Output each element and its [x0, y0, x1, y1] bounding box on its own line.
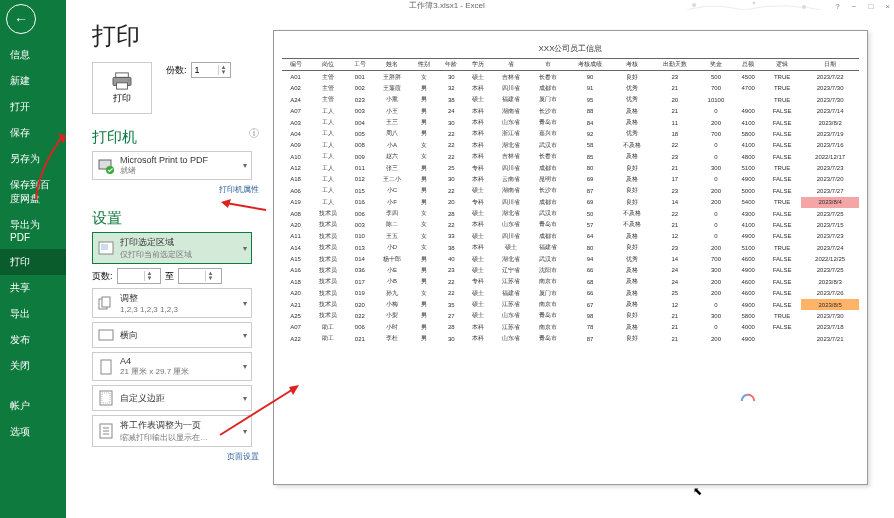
table-row: A24主管023小熏男38硕士福建省厦门市95优秀2010100TRUE2023…	[282, 94, 859, 105]
chevron-down-icon: ▾	[243, 244, 247, 253]
column-header: 考核	[614, 59, 651, 71]
page-from-input[interactable]: ▲▼	[117, 268, 161, 284]
sidebar-item[interactable]: 信息	[0, 42, 66, 68]
svg-rect-3	[116, 72, 129, 77]
back-button[interactable]: ←	[6, 4, 36, 34]
column-header: 市	[529, 59, 566, 71]
sidebar-item[interactable]: 打开	[0, 94, 66, 120]
table-row: A15技术员014杨十郎男40硕士湖北省武汉市94优秀147004600FALS…	[282, 253, 859, 264]
sidebar-item[interactable]: 发布	[0, 327, 66, 353]
page-title: 打印	[92, 20, 263, 52]
svg-rect-10	[101, 244, 108, 250]
settings-heading: 设置	[92, 209, 263, 228]
column-header: 编号	[282, 59, 309, 71]
table-row: A18技术员017小B男22专科江苏省南京市68及格242004600FALSE…	[282, 276, 859, 287]
table-row: A01主管001王胖胖女30硕士吉林省长春市90良好235004500TRUE2…	[282, 71, 859, 83]
sidebar-item[interactable]: 帐户	[0, 393, 66, 419]
column-header: 性别	[411, 59, 438, 71]
print-what-select[interactable]: 打印选定区域仅打印当前选定区域 ▾	[92, 232, 252, 264]
table-row: A06工人015小C男22硕士湖南省长沙市87良好232005000FALSE2…	[282, 185, 859, 196]
collate-select[interactable]: 调整1,2,3 1,2,3 1,2,3 ▾	[92, 288, 252, 318]
table-row: A21技术员020小梅男35硕士江苏省南京市67及格1204900FALSE20…	[282, 299, 859, 310]
table-row: A02主管002王蒹葭男32本科四川省成都市91优秀217004700TRUE2…	[282, 83, 859, 94]
printer-heading: 打印机	[92, 128, 137, 145]
table-row: A09工人008小A女22本科湖北省武汉市58不及格2204100FALSE20…	[282, 140, 859, 151]
table-row: A22助工021李杜男30本科山东省青岛市87良好2120049002023/7…	[282, 333, 859, 344]
fit-icon	[97, 422, 115, 440]
cursor-icon: ⬉	[693, 485, 702, 498]
sidebar-item[interactable]: 导出	[0, 301, 66, 327]
preview-page: XXX公司员工信息 编号岗位工号姓名性别年龄学历省市考核成绩考核出勤天数奖金总额…	[273, 30, 868, 485]
svg-rect-12	[102, 297, 110, 307]
backstage-sidebar: ← 信息新建打开保存另存为保存到百度网盘导出为PDF打印共享导出发布关闭帐户选项	[0, 0, 66, 518]
collate-icon	[97, 294, 115, 312]
table-row: A08技术员006李四女28硕士湖北省武汉市50不及格2204300FALSE2…	[282, 208, 859, 219]
back-arrow-icon: ←	[14, 11, 28, 27]
landscape-icon	[97, 326, 115, 344]
sidebar-item[interactable]: 共享	[0, 275, 66, 301]
svg-rect-14	[101, 360, 111, 374]
sidebar-item[interactable]: 导出为PDF	[0, 212, 66, 249]
table-row: A20技术员019孙九女22硕士福建省厦门市66及格252004600FALSE…	[282, 288, 859, 299]
table-row: A07工人003小王男24本科湖南省长沙市88及格2104900FALSE202…	[282, 106, 859, 117]
page-setup-link[interactable]: 页面设置	[92, 451, 259, 462]
chevron-down-icon: ▾	[243, 161, 247, 170]
column-header: 学历	[465, 59, 492, 71]
copies-input[interactable]: ▲▼	[191, 62, 231, 78]
sidebar-item[interactable]	[0, 379, 66, 393]
table-row: A20技术员003陈二女22本科山东省青岛市57不及格2104100FALSE2…	[282, 219, 859, 230]
printer-select[interactable]: Microsoft Print to PDF就绪 ▾	[92, 151, 252, 180]
sidebar-item[interactable]: 选项	[0, 419, 66, 445]
column-header: 姓名	[373, 59, 410, 71]
svg-point-8	[106, 166, 114, 174]
printer-status: 就绪	[120, 165, 247, 176]
sidebar-item[interactable]: 打印	[0, 249, 66, 275]
column-header: 年龄	[438, 59, 465, 71]
svg-point-2	[802, 5, 806, 9]
table-row: A25技术员022小梨男27硕士山东省青岛市98良好213005800TRUE2…	[282, 310, 859, 321]
column-header: 奖金	[698, 59, 733, 71]
data-table: 编号岗位工号姓名性别年龄学历省市考核成绩考核出勤天数奖金总额逻辑日期 A01主管…	[282, 58, 859, 344]
scaling-select[interactable]: 将工作表调整为一页缩减打印输出以显示在… ▾	[92, 415, 252, 447]
table-row: A04工人005周八男22本科浙江省嘉兴市92优秀187005800FALSE2…	[282, 128, 859, 139]
sidebar-item[interactable]: 关闭	[0, 353, 66, 379]
column-header: 工号	[346, 59, 373, 71]
document-title: XXX公司员工信息	[282, 43, 859, 54]
chevron-down-icon: ▾	[243, 427, 247, 436]
svg-point-1	[753, 2, 756, 5]
sidebar-item[interactable]: 保存到百度网盘	[0, 172, 66, 212]
selection-icon	[97, 239, 115, 257]
print-button-label: 打印	[113, 92, 131, 105]
column-header: 日期	[801, 59, 859, 71]
table-row: A03工人004王三男30本科山东省青岛市84及格112004100FALSE2…	[282, 117, 859, 128]
printer-icon	[111, 72, 133, 90]
table-row: A12工人011张三男25专科四川省成都市80良好213005100TRUE20…	[282, 162, 859, 173]
column-header: 总额	[733, 59, 762, 71]
svg-rect-5	[117, 82, 128, 88]
printer-properties-link[interactable]: 打印机属性	[92, 184, 259, 195]
table-row: A19工人016小F男20专科四川省成都市69良好142005400TRUE20…	[282, 197, 859, 208]
sidebar-item[interactable]: 另存为	[0, 146, 66, 172]
orientation-select[interactable]: 横向 ▾	[92, 322, 252, 348]
table-row: A18工人012王二小男30本科云南省昆明市69及格1704900FALSE20…	[282, 174, 859, 185]
margins-select[interactable]: 自定义边距 ▾	[92, 385, 252, 411]
column-header: 逻辑	[763, 59, 801, 71]
table-row: A07助工006小时男28本科江苏省南京市78及格2104000FALSE202…	[282, 322, 859, 333]
column-header: 岗位	[309, 59, 346, 71]
svg-point-6	[127, 79, 129, 81]
loading-spinner-icon	[739, 392, 757, 402]
print-preview: XXX公司员工信息 编号岗位工号姓名性别年龄学历省市考核成绩考核出勤天数奖金总额…	[263, 10, 894, 518]
printer-status-icon	[97, 157, 115, 175]
paper-size-select[interactable]: A421 厘米 x 29.7 厘米 ▾	[92, 352, 252, 381]
sidebar-item[interactable]: 新建	[0, 68, 66, 94]
info-icon[interactable]: i	[249, 128, 259, 138]
pages-label: 页数:	[92, 270, 113, 283]
print-button[interactable]: 打印	[92, 62, 152, 114]
chevron-down-icon: ▾	[243, 362, 247, 371]
page-to-input[interactable]: ▲▼	[178, 268, 222, 284]
column-header: 出勤天数	[651, 59, 698, 71]
sidebar-item[interactable]: 保存	[0, 120, 66, 146]
page-icon	[97, 358, 115, 376]
column-header: 考核成绩	[566, 59, 613, 71]
chevron-down-icon: ▾	[243, 299, 247, 308]
